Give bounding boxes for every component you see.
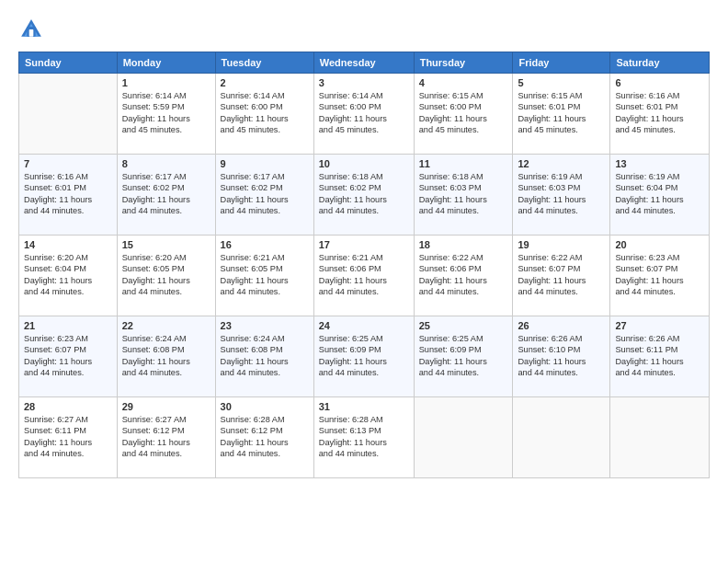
calendar-cell: 17Sunrise: 6:21 AMSunset: 6:06 PMDayligh…: [313, 236, 414, 316]
day-number: 1: [122, 77, 210, 88]
day-info: Sunrise: 6:28 AMSunset: 6:13 PMDaylight:…: [319, 414, 409, 460]
day-info: Sunrise: 6:23 AMSunset: 6:07 PMDaylight:…: [615, 252, 704, 298]
weekday-header-wednesday: Wednesday: [313, 52, 414, 74]
day-number: 22: [122, 320, 210, 331]
day-info: Sunrise: 6:17 AMSunset: 6:02 PMDaylight:…: [122, 171, 210, 217]
week-row-5: 28Sunrise: 6:27 AMSunset: 6:11 PMDayligh…: [19, 397, 710, 478]
day-number: 10: [319, 158, 409, 169]
calendar-cell: 26Sunrise: 6:26 AMSunset: 6:10 PMDayligh…: [513, 316, 610, 397]
day-number: 18: [419, 239, 508, 250]
calendar-cell: 19Sunrise: 6:22 AMSunset: 6:07 PMDayligh…: [513, 236, 610, 316]
day-number: 29: [122, 401, 210, 412]
calendar-cell: 2Sunrise: 6:14 AMSunset: 6:00 PMDaylight…: [215, 74, 313, 155]
day-number: 27: [615, 320, 704, 331]
calendar-cell: 18Sunrise: 6:22 AMSunset: 6:06 PMDayligh…: [414, 236, 513, 316]
calendar-cell: 3Sunrise: 6:14 AMSunset: 6:00 PMDaylight…: [313, 74, 414, 155]
day-info: Sunrise: 6:26 AMSunset: 6:10 PMDaylight:…: [518, 333, 605, 379]
calendar-cell: [610, 397, 710, 478]
day-number: 6: [615, 77, 704, 88]
weekday-header-monday: Monday: [117, 52, 215, 74]
calendar-cell: 7Sunrise: 6:16 AMSunset: 6:01 PMDaylight…: [19, 155, 118, 236]
day-info: Sunrise: 6:27 AMSunset: 6:12 PMDaylight:…: [122, 414, 210, 460]
calendar-cell: 10Sunrise: 6:18 AMSunset: 6:02 PMDayligh…: [313, 155, 414, 236]
weekday-header-row: SundayMondayTuesdayWednesdayThursdayFrid…: [19, 52, 710, 74]
day-number: 28: [24, 401, 112, 412]
day-number: 15: [122, 239, 210, 250]
day-number: 25: [419, 320, 508, 331]
calendar-cell: 30Sunrise: 6:28 AMSunset: 6:12 PMDayligh…: [215, 397, 313, 478]
day-number: 16: [221, 239, 309, 250]
day-number: 26: [518, 320, 605, 331]
day-info: Sunrise: 6:27 AMSunset: 6:11 PMDaylight:…: [24, 414, 112, 460]
day-info: Sunrise: 6:14 AMSunset: 6:00 PMDaylight:…: [221, 90, 309, 136]
calendar-cell: [414, 397, 513, 478]
logo-icon: [18, 17, 44, 42]
day-info: Sunrise: 6:22 AMSunset: 6:07 PMDaylight:…: [518, 252, 605, 298]
day-number: 4: [419, 77, 508, 88]
day-info: Sunrise: 6:28 AMSunset: 6:12 PMDaylight:…: [221, 414, 309, 460]
svg-rect-3: [29, 29, 34, 37]
day-number: 2: [221, 77, 309, 88]
weekday-header-friday: Friday: [513, 52, 610, 74]
weekday-header-tuesday: Tuesday: [215, 52, 313, 74]
weekday-header-sunday: Sunday: [19, 52, 118, 74]
calendar-cell: 6Sunrise: 6:16 AMSunset: 6:01 PMDaylight…: [610, 74, 710, 155]
day-info: Sunrise: 6:20 AMSunset: 6:05 PMDaylight:…: [122, 252, 210, 298]
day-info: Sunrise: 6:20 AMSunset: 6:04 PMDaylight:…: [24, 252, 112, 298]
day-info: Sunrise: 6:21 AMSunset: 6:05 PMDaylight:…: [221, 252, 309, 298]
page: SundayMondayTuesdayWednesdayThursdayFrid…: [0, 0, 728, 563]
day-number: 30: [221, 401, 309, 412]
calendar-cell: 8Sunrise: 6:17 AMSunset: 6:02 PMDaylight…: [117, 155, 215, 236]
calendar-cell: 25Sunrise: 6:25 AMSunset: 6:09 PMDayligh…: [414, 316, 513, 397]
day-info: Sunrise: 6:21 AMSunset: 6:06 PMDaylight:…: [319, 252, 409, 298]
day-number: 24: [319, 320, 409, 331]
calendar-cell: 11Sunrise: 6:18 AMSunset: 6:03 PMDayligh…: [414, 155, 513, 236]
day-info: Sunrise: 6:16 AMSunset: 6:01 PMDaylight:…: [24, 171, 112, 217]
day-number: 3: [319, 77, 409, 88]
calendar-cell: 12Sunrise: 6:19 AMSunset: 6:03 PMDayligh…: [513, 155, 610, 236]
day-info: Sunrise: 6:15 AMSunset: 6:00 PMDaylight:…: [419, 90, 508, 136]
weekday-header-saturday: Saturday: [610, 52, 710, 74]
day-number: 31: [319, 401, 409, 412]
calendar-cell: 24Sunrise: 6:25 AMSunset: 6:09 PMDayligh…: [313, 316, 414, 397]
week-row-2: 7Sunrise: 6:16 AMSunset: 6:01 PMDaylight…: [19, 155, 710, 236]
day-info: Sunrise: 6:19 AMSunset: 6:03 PMDaylight:…: [518, 171, 605, 217]
day-info: Sunrise: 6:14 AMSunset: 5:59 PMDaylight:…: [122, 90, 210, 136]
header: [18, 17, 710, 42]
calendar-cell: 21Sunrise: 6:23 AMSunset: 6:07 PMDayligh…: [19, 316, 118, 397]
day-info: Sunrise: 6:16 AMSunset: 6:01 PMDaylight:…: [615, 90, 704, 136]
weekday-header-thursday: Thursday: [414, 52, 513, 74]
day-info: Sunrise: 6:25 AMSunset: 6:09 PMDaylight:…: [319, 333, 409, 379]
day-info: Sunrise: 6:18 AMSunset: 6:03 PMDaylight:…: [419, 171, 508, 217]
day-info: Sunrise: 6:19 AMSunset: 6:04 PMDaylight:…: [615, 171, 704, 217]
day-info: Sunrise: 6:15 AMSunset: 6:01 PMDaylight:…: [518, 90, 605, 136]
day-number: 11: [419, 158, 508, 169]
week-row-3: 14Sunrise: 6:20 AMSunset: 6:04 PMDayligh…: [19, 236, 710, 316]
calendar-cell: 23Sunrise: 6:24 AMSunset: 6:08 PMDayligh…: [215, 316, 313, 397]
calendar-cell: 29Sunrise: 6:27 AMSunset: 6:12 PMDayligh…: [117, 397, 215, 478]
calendar-cell: 22Sunrise: 6:24 AMSunset: 6:08 PMDayligh…: [117, 316, 215, 397]
day-number: 8: [122, 158, 210, 169]
day-number: 7: [24, 158, 112, 169]
calendar-cell: 14Sunrise: 6:20 AMSunset: 6:04 PMDayligh…: [19, 236, 118, 316]
calendar-table: SundayMondayTuesdayWednesdayThursdayFrid…: [18, 52, 710, 478]
logo: [18, 17, 48, 42]
day-info: Sunrise: 6:14 AMSunset: 6:00 PMDaylight:…: [319, 90, 409, 136]
day-info: Sunrise: 6:18 AMSunset: 6:02 PMDaylight:…: [319, 171, 409, 217]
calendar-cell: 16Sunrise: 6:21 AMSunset: 6:05 PMDayligh…: [215, 236, 313, 316]
day-number: 21: [24, 320, 112, 331]
calendar-cell: 4Sunrise: 6:15 AMSunset: 6:00 PMDaylight…: [414, 74, 513, 155]
calendar-cell: 1Sunrise: 6:14 AMSunset: 5:59 PMDaylight…: [117, 74, 215, 155]
week-row-4: 21Sunrise: 6:23 AMSunset: 6:07 PMDayligh…: [19, 316, 710, 397]
day-info: Sunrise: 6:23 AMSunset: 6:07 PMDaylight:…: [24, 333, 112, 379]
day-info: Sunrise: 6:26 AMSunset: 6:11 PMDaylight:…: [615, 333, 704, 379]
calendar-cell: [513, 397, 610, 478]
day-number: 19: [518, 239, 605, 250]
calendar-cell: 13Sunrise: 6:19 AMSunset: 6:04 PMDayligh…: [610, 155, 710, 236]
day-number: 5: [518, 77, 605, 88]
day-info: Sunrise: 6:22 AMSunset: 6:06 PMDaylight:…: [419, 252, 508, 298]
day-number: 17: [319, 239, 409, 250]
calendar-cell: 9Sunrise: 6:17 AMSunset: 6:02 PMDaylight…: [215, 155, 313, 236]
week-row-1: 1Sunrise: 6:14 AMSunset: 5:59 PMDaylight…: [19, 74, 710, 155]
day-number: 12: [518, 158, 605, 169]
